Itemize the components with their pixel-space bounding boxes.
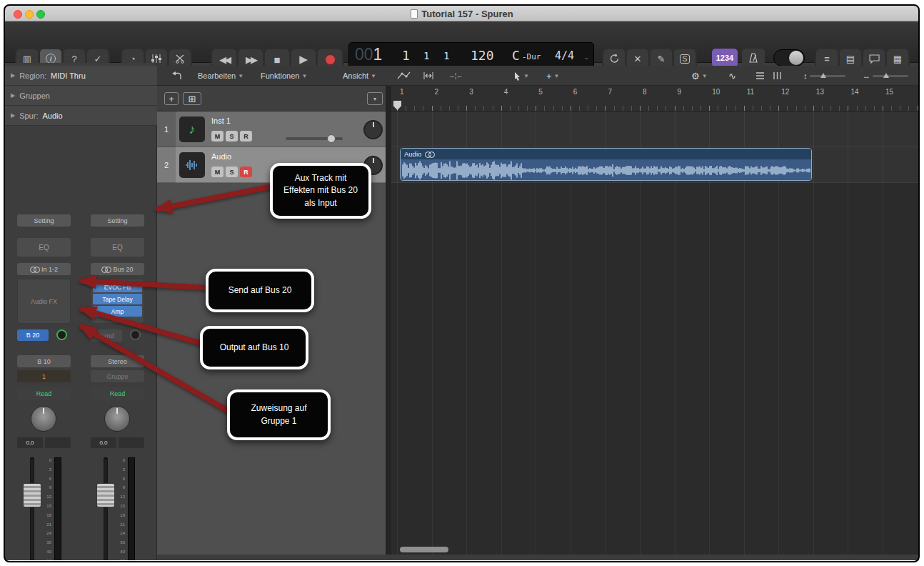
stereo-input-icon — [30, 267, 39, 272]
track-msr-buttons: M S R — [211, 131, 252, 142]
volume-display[interactable]: 0,0 — [17, 437, 43, 448]
zoom-slider-track[interactable] — [810, 75, 845, 77]
horizontal-zoom-slider[interactable]: ↔ — [863, 66, 908, 86]
groups-header-label: Gruppen — [19, 91, 50, 100]
region-header: Audio — [401, 149, 811, 159]
peak-display[interactable] — [119, 437, 144, 448]
record-dot — [325, 54, 336, 65]
plugin-slot[interactable]: EVOC FB — [93, 282, 142, 292]
count-in-button[interactable]: 1234 — [712, 49, 738, 67]
lcd-chevron-icon[interactable]: ⌄ — [583, 54, 589, 61]
send-level-knob[interactable] — [130, 329, 141, 340]
input-slot[interactable]: In 1-2 — [17, 263, 71, 275]
panel-divider[interactable] — [386, 86, 391, 555]
track-volume-slider[interactable] — [286, 137, 343, 140]
master-toggle[interactable] — [773, 49, 805, 66]
input-slot[interactable]: Bus 20 — [91, 263, 144, 275]
flex-icon[interactable] — [423, 66, 434, 86]
document-icon — [411, 9, 418, 19]
disclosure-triangle-icon: ▶ — [11, 72, 15, 79]
vertical-zoom-icon[interactable] — [755, 66, 765, 86]
track-icon-tile[interactable]: ♪ — [179, 116, 205, 142]
track-name[interactable]: Inst 1 — [211, 116, 231, 125]
groups-inspector-header[interactable]: ▶ Gruppen — [5, 86, 157, 106]
pan-knob[interactable] — [104, 406, 130, 432]
scissors-glyph — [175, 54, 186, 64]
logic-window: Tutorial 157 - Spuren ▥ i ? ✓ ◔ ◀◀ ▶▶ ■ … — [5, 6, 919, 560]
gear-menu[interactable]: ⚙▼ — [691, 66, 708, 86]
plugin-slot[interactable]: Tape Delay — [93, 294, 142, 304]
fader-area: 0 3 6 9 12 15 18 21 24 30 40 60 — [91, 456, 144, 560]
track-solo-button[interactable]: S — [226, 167, 238, 177]
menu-bearbeiten[interactable]: Bearbeiten▼ — [198, 66, 243, 86]
vzoom-glyph — [755, 71, 765, 80]
track-mute-button[interactable]: M — [211, 131, 224, 142]
audio-region[interactable]: Audio — [400, 148, 812, 181]
lcd-tempo: 120 — [471, 48, 494, 63]
mixer-glyph — [151, 54, 162, 64]
catch-playhead-icon[interactable]: →¦← — [448, 66, 463, 86]
slider-knob[interactable] — [327, 134, 336, 143]
track-inspector-header[interactable]: ▶ Spur: Audio — [5, 106, 157, 126]
track-header-options-button[interactable]: ▾ — [367, 92, 383, 105]
timeline-empty-area[interactable] — [391, 183, 919, 555]
pan-knob[interactable] — [31, 406, 56, 432]
send-level-knob[interactable] — [56, 329, 67, 340]
command-tool-menu[interactable]: +▼ — [546, 66, 560, 86]
track-record-button[interactable]: R — [240, 167, 252, 177]
volume-display[interactable]: 0,0 — [91, 437, 116, 448]
callout-aux-track: Aux Track mit Effekten mit Bus 20 als In… — [270, 163, 371, 219]
track-pan-knob[interactable] — [363, 120, 383, 139]
callout-output-bus10: Output auf Bus 10 — [200, 326, 308, 369]
fader-scale: 0 3 6 9 12 15 18 21 24 30 40 60 — [115, 456, 125, 560]
waveform-zoom-icon[interactable]: ∿ — [728, 66, 736, 86]
track-record-button[interactable]: R — [240, 131, 252, 142]
automation-mode-slot[interactable]: Read — [17, 387, 71, 399]
fader-cap[interactable] — [96, 483, 115, 507]
automation-icon[interactable] — [397, 66, 411, 86]
output-slot[interactable]: Stereo — [91, 355, 144, 367]
duplicate-track-button[interactable]: ⊞ — [183, 92, 201, 105]
send-slot[interactable]: Send — [91, 329, 122, 342]
window-title-wrap: Tutorial 157 - Spuren — [5, 6, 919, 21]
automation-mode-slot[interactable]: Read — [91, 387, 144, 399]
bar-ruler[interactable]: 123456789101112131415 — [391, 86, 919, 111]
setting-button[interactable]: Setting — [91, 214, 144, 227]
catch-return-icon[interactable] — [171, 66, 182, 86]
region-inspector-header[interactable]: ▶ Region: MIDI Thru — [5, 66, 157, 86]
menu-ansicht[interactable]: Ansicht▼ — [343, 66, 376, 86]
plugin-slot[interactable]: Amp — [93, 306, 142, 317]
setting-button[interactable]: Setting — [17, 214, 71, 227]
screenshot: Tutorial 157 - Spuren ▥ i ? ✓ ◔ ◀◀ ▶▶ ■ … — [0, 0, 924, 566]
group-slot[interactable]: Gruppe — [91, 370, 144, 382]
output-slot[interactable]: B 10 — [17, 355, 71, 367]
menu-funktionen[interactable]: Funktionen▼ — [261, 66, 307, 86]
track-mute-button[interactable]: M — [211, 167, 224, 177]
track-lane-1[interactable] — [391, 111, 919, 147]
vertical-zoom-slider[interactable]: ↕ — [803, 66, 845, 86]
track-solo-button[interactable]: S — [226, 131, 238, 142]
lcd-tick: 1 — [443, 50, 449, 61]
track-icon-tile[interactable] — [179, 152, 205, 178]
eq-slot[interactable]: EQ — [91, 238, 144, 257]
title-bar: Tutorial 157 - Spuren — [5, 6, 919, 21]
fader-cap[interactable] — [23, 483, 41, 507]
eq-slot[interactable]: EQ — [17, 238, 71, 257]
horizontal-scrollbar[interactable] — [400, 547, 448, 552]
peak-display[interactable] — [45, 437, 71, 448]
track-header-1[interactable]: 1 ♪ Inst 1 M S R — [157, 111, 386, 147]
add-track-button[interactable]: + — [164, 92, 179, 105]
zoom-slider-track[interactable] — [873, 75, 908, 77]
metronome-icon[interactable] — [742, 49, 765, 67]
group-slot[interactable]: 1 — [17, 370, 71, 382]
fader-scale: 0 3 6 9 12 15 18 21 24 30 40 60 — [41, 456, 51, 560]
inspector-panel: ▶ Region: MIDI Thru ▶ Gruppen ▶ Spur: Au… — [5, 63, 157, 560]
audio-fx-area[interactable]: Audio FX — [17, 279, 71, 324]
horizontal-zoom-icon[interactable] — [773, 66, 782, 86]
chevron-down-icon: ▼ — [301, 73, 307, 79]
send-slot-bus-20[interactable]: B 20 — [17, 329, 49, 341]
pointer-tool-menu[interactable]: ▼ — [514, 66, 529, 86]
track-name[interactable]: Audio — [211, 152, 231, 161]
input-label: Bus 20 — [113, 266, 133, 273]
pointer-glyph — [514, 71, 521, 81]
